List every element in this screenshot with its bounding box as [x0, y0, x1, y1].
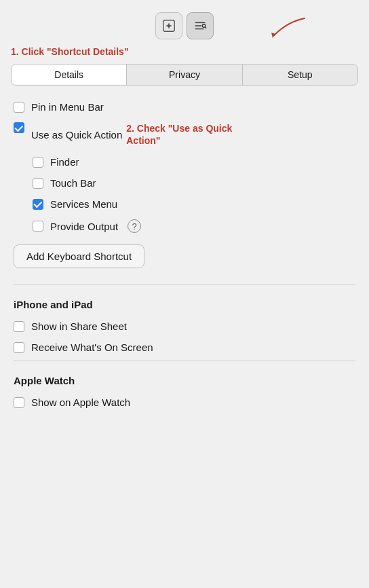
svg-line-6 [205, 27, 206, 29]
receive-on-screen-checkbox[interactable] [14, 342, 24, 353]
show-share-sheet-checkbox[interactable] [14, 321, 24, 332]
touch-bar-row: Touch Bar [14, 172, 355, 194]
provide-output-checkbox[interactable] [33, 221, 43, 232]
show-share-sheet-row: Show in Share Sheet [14, 316, 355, 337]
receive-on-screen-row: Receive What's On Screen [14, 337, 355, 358]
use-quick-action-checkbox[interactable] [14, 122, 24, 133]
finder-row: Finder [14, 151, 355, 172]
provide-output-label: Provide Output [50, 221, 118, 232]
svg-point-5 [202, 24, 206, 28]
show-on-apple-watch-label: Show on Apple Watch [31, 397, 130, 408]
use-quick-action-label: Use as Quick Action [31, 129, 122, 141]
receive-on-screen-label: Receive What's On Screen [31, 342, 153, 353]
show-share-sheet-label: Show in Share Sheet [31, 320, 127, 332]
services-menu-row: Services Menu [14, 194, 355, 215]
divider-2 [14, 361, 355, 361]
pin-menu-bar-checkbox[interactable] [14, 102, 24, 113]
tab-setup[interactable]: Setup [243, 65, 357, 85]
apple-watch-title: Apple Watch [14, 369, 355, 392]
use-quick-action-row: Use as Quick Action 2. Check "Use as Qui… [14, 117, 355, 151]
step1-label: 1. Click "Shortcut Details" [0, 46, 369, 64]
iphone-ipad-title: iPhone and iPad [14, 293, 355, 316]
shortcut-icon-button[interactable] [155, 12, 182, 39]
provide-output-row: Provide Output ? [14, 215, 355, 238]
arrow-annotation [267, 15, 308, 44]
services-menu-checkbox[interactable] [33, 199, 43, 210]
touch-bar-checkbox[interactable] [33, 178, 43, 189]
touch-bar-label: Touch Bar [50, 177, 96, 189]
shortcut-icon [161, 18, 176, 33]
pin-menu-bar-label: Pin in Menu Bar [31, 101, 104, 113]
arrow-svg [267, 15, 308, 42]
toolbar [0, 0, 369, 46]
svg-point-1 [168, 24, 171, 28]
divider-1 [14, 284, 355, 285]
show-on-apple-watch-row: Show on Apple Watch [14, 392, 355, 413]
pin-menu-bar-row: Pin in Menu Bar [14, 96, 355, 117]
step2-annotation: 2. Check "Use as Quick Action" [126, 122, 235, 147]
show-on-apple-watch-checkbox[interactable] [14, 397, 24, 408]
finder-label: Finder [50, 156, 79, 168]
tab-bar: Details Privacy Setup [11, 64, 358, 86]
finder-checkbox[interactable] [33, 157, 43, 168]
tab-privacy[interactable]: Privacy [127, 65, 242, 85]
details-icon-button[interactable] [187, 12, 214, 39]
add-keyboard-shortcut-button[interactable]: Add Keyboard Shortcut [14, 244, 144, 268]
tab-details[interactable]: Details [12, 65, 127, 85]
quick-action-label-group: Use as Quick Action 2. Check "Use as Qui… [31, 122, 235, 147]
content-area: Pin in Menu Bar Use as Quick Action 2. C… [0, 96, 369, 413]
services-menu-label: Services Menu [50, 198, 117, 210]
details-icon [193, 18, 208, 33]
provide-output-help[interactable]: ? [128, 219, 141, 233]
